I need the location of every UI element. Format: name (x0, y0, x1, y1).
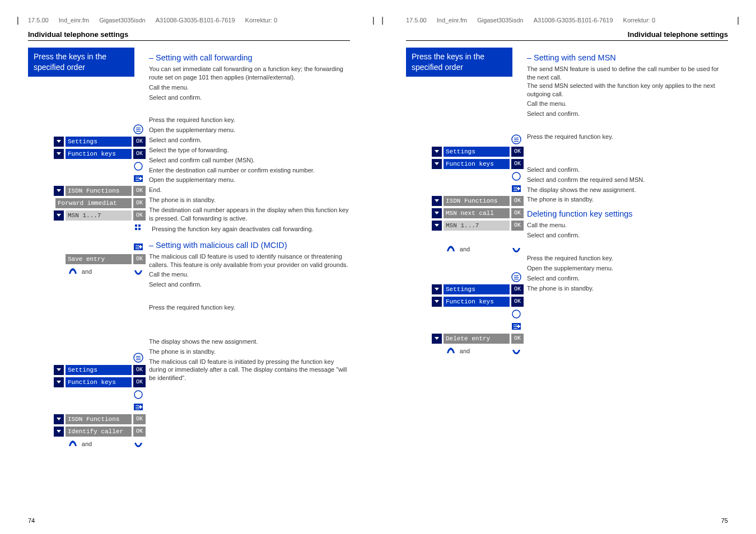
function-key-icon[interactable] (131, 389, 146, 400)
handset-up-icon[interactable] (444, 243, 458, 255)
display-function-keys: Function keys (444, 297, 510, 307)
instruction-box: Press the keys in the specified order (28, 48, 134, 77)
handset-up-icon[interactable] (66, 438, 80, 449)
menu-icon[interactable] (131, 124, 146, 135)
display-settings: Settings (444, 284, 510, 294)
ok-button[interactable]: OK (133, 427, 146, 437)
handset-down-icon[interactable] (131, 266, 146, 277)
menu-icon[interactable] (131, 352, 146, 363)
handset-down-icon[interactable] (131, 438, 146, 449)
step-text: The phone is in standby. (527, 284, 728, 293)
down-arrow-icon[interactable] (54, 186, 64, 196)
step-text: Open the supplementary menu. (149, 126, 350, 134)
ok-button[interactable]: OK (511, 147, 524, 157)
ok-button[interactable]: OK (511, 297, 524, 307)
ok-button[interactable]: OK (511, 334, 524, 344)
down-arrow-icon[interactable] (54, 210, 64, 221)
down-arrow-icon[interactable] (432, 196, 442, 206)
intro-send-msn: The send MSN feature is used to define t… (527, 65, 728, 98)
ok-button[interactable]: OK (133, 377, 146, 387)
ok-button[interactable]: OK (133, 149, 146, 159)
supplementary-menu-icon[interactable] (509, 321, 524, 332)
handset-down-icon[interactable] (509, 345, 524, 357)
step-text: The phone is in standby. (527, 195, 728, 204)
menu-icon[interactable] (509, 134, 524, 145)
ok-button[interactable]: OK (133, 137, 146, 147)
keypad-icon[interactable] (131, 222, 146, 233)
step-text: Press the required function key. (527, 133, 728, 141)
ok-button[interactable]: OK (133, 198, 146, 208)
down-arrow-icon[interactable] (54, 149, 64, 159)
down-arrow-icon[interactable] (432, 159, 442, 169)
page-number: 75 (721, 517, 728, 524)
display-function-keys: Function keys (444, 159, 510, 169)
step-text: Select and confirm. (527, 110, 728, 118)
meta-product: Gigaset3035isdn (99, 17, 146, 24)
down-arrow-icon[interactable] (432, 284, 442, 294)
ok-button[interactable]: OK (133, 365, 146, 375)
step-text: Call the menu. (149, 270, 350, 279)
and-label: and (460, 246, 470, 252)
down-arrow-icon[interactable] (54, 137, 64, 147)
text-column-right: – Setting with send MSN The send MSN fea… (524, 48, 728, 358)
step-text: Select and confirm. (527, 166, 728, 174)
and-label: and (82, 268, 92, 275)
down-arrow-icon[interactable] (432, 221, 442, 231)
ok-button[interactable]: OK (511, 221, 524, 231)
ok-button[interactable]: OK (511, 284, 524, 294)
display-msn-next-call: MSN next call (444, 208, 510, 218)
step-text: Open the supplementary menu. (149, 176, 350, 184)
display-isdn-functions: ISDN Functions (444, 196, 510, 206)
down-arrow-icon[interactable] (54, 414, 64, 424)
ok-button[interactable]: OK (133, 186, 146, 196)
display-function-keys: Function keys (66, 377, 132, 387)
ok-button[interactable]: OK (133, 414, 146, 424)
supplementary-menu-icon[interactable] (131, 173, 146, 184)
down-arrow-icon[interactable] (432, 334, 442, 344)
step-text: The phone is in standby. (149, 348, 350, 356)
supplementary-menu-icon[interactable] (131, 241, 146, 252)
down-arrow-icon[interactable] (432, 297, 442, 307)
page-title: Individual telephone settings (28, 30, 350, 41)
heading-forwarding: – Setting with call forwarding (149, 53, 350, 62)
intro-mcid: The malicious call ID feature is used to… (149, 252, 350, 269)
function-key-icon[interactable] (131, 161, 146, 172)
ok-button[interactable]: OK (511, 208, 524, 218)
handset-up-icon[interactable] (66, 266, 80, 277)
menu-icon[interactable] (509, 271, 524, 283)
header-meta: 17.5.00 Ind_einr.fm Gigaset3035isdn A310… (28, 17, 350, 24)
step-text: Call the menu. (527, 221, 728, 229)
step-text: Call the menu. (149, 83, 350, 92)
display-delete-entry: Delete entry (444, 334, 510, 344)
ok-button[interactable]: OK (511, 159, 524, 169)
display-isdn-functions: ISDN Functions (66, 186, 132, 196)
down-arrow-icon[interactable] (432, 147, 442, 157)
and-label: and (460, 348, 470, 354)
down-arrow-icon[interactable] (432, 208, 442, 218)
step-text: Enter the destination call number or con… (149, 166, 350, 175)
function-key-icon[interactable] (509, 171, 524, 182)
function-key-icon[interactable] (509, 308, 524, 320)
ok-button[interactable]: OK (133, 210, 146, 221)
supplementary-menu-icon[interactable] (509, 183, 524, 194)
step-text: Press the required function key. (527, 254, 728, 263)
step-text: End. (149, 186, 350, 194)
ok-button[interactable]: OK (511, 196, 524, 206)
step-text: Select and confirm the required send MSN… (527, 176, 728, 184)
step-text: Press the required function key. (149, 303, 350, 312)
step-text: The phone is in standby. (149, 196, 350, 204)
ok-button[interactable]: OK (133, 254, 146, 264)
meta-partno: A31008-G3035-B101-6-7619 (156, 17, 235, 24)
handset-down-icon[interactable] (509, 243, 524, 255)
step-text: Select and confirm. (527, 231, 728, 240)
display-isdn-functions: ISDN Functions (66, 414, 132, 424)
step-text: Select and confirm. (527, 274, 728, 283)
down-arrow-icon[interactable] (54, 365, 64, 375)
meta-korrektur: Korrektur: 0 (245, 17, 277, 24)
step-text: Select the type of forwarding. (149, 146, 350, 154)
intro-forwarding: You can set immediate call forwarding on… (149, 65, 350, 82)
handset-up-icon[interactable] (444, 345, 458, 357)
down-arrow-icon[interactable] (54, 427, 64, 437)
supplementary-menu-icon[interactable] (131, 401, 146, 413)
down-arrow-icon[interactable] (54, 377, 64, 387)
